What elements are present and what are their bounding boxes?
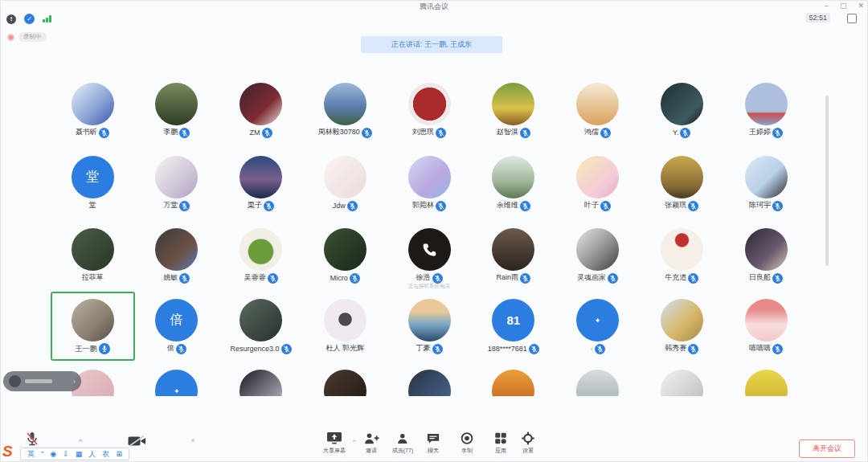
participant-tile[interactable]: 嘻嘻嘻	[724, 292, 809, 361]
participant-tile[interactable]: 刘思琪	[387, 76, 472, 145]
toolbar-members-button[interactable]: 成员(77)	[392, 431, 413, 455]
ime-mode-toggle[interactable]: 英	[27, 448, 35, 460]
participant-avatar	[324, 370, 366, 396]
mic-options-caret[interactable]: ^	[79, 438, 82, 446]
toolbar-invite-button[interactable]: 邀请	[363, 431, 379, 455]
chat-message-toast[interactable]: ›	[3, 371, 81, 391]
participant-name: 栗子	[248, 200, 262, 211]
mic-muted-icon	[432, 272, 443, 283]
mic-muted-icon	[688, 272, 698, 283]
participant-name: 牛充道	[665, 272, 686, 283]
participant-name: Y.	[673, 129, 678, 137]
participant-tile[interactable]: 杜人 郭光辉	[303, 292, 387, 361]
record-icon	[461, 431, 474, 445]
participant-name: ZM	[250, 129, 260, 137]
participant-tile[interactable]: 倍倍	[134, 292, 219, 361]
participant-tile[interactable]: 万堂	[134, 149, 219, 218]
participant-avatar	[155, 83, 198, 125]
participant-avatar	[155, 156, 198, 198]
participant-tile[interactable]: 郭菀林	[387, 149, 472, 218]
leave-meeting-button[interactable]: 离开会议	[799, 440, 855, 458]
participant-avatar	[324, 299, 366, 341]
participant-tile[interactable]: 徐浩 正在接听系统电话	[387, 221, 472, 290]
participant-tile[interactable]: 余维维	[471, 149, 555, 218]
participant-tile-partial[interactable]	[387, 362, 472, 396]
participant-tile[interactable]: 赵智淇	[471, 76, 555, 145]
participant-tile-partial[interactable]	[303, 362, 387, 396]
participant-tile[interactable]: 叶子	[555, 149, 640, 218]
participant-tile-partial[interactable]	[724, 362, 809, 396]
participant-tile[interactable]: 周林毅30780	[303, 76, 387, 145]
toolbar-share-screen-button[interactable]: 共享屏幕	[323, 431, 346, 455]
participant-tile[interactable]: 日良船	[724, 221, 809, 290]
participant-tile[interactable]: Micro	[303, 221, 387, 290]
mic-muted-icon	[436, 127, 446, 137]
meeting-window: 腾讯会议 – ▢ ✕ ! ✓ 录制中 52:51 正在讲话: 王一鹏, 王成东 …	[0, 0, 868, 462]
participant-tile[interactable]: Resurgence3.0	[219, 292, 303, 361]
mic-muted-icon	[281, 343, 292, 354]
participant-tile[interactable]: 栗子	[219, 149, 303, 218]
participant-tile[interactable]: Y.	[640, 76, 724, 145]
participant-tile[interactable]: ZM	[219, 76, 303, 145]
toolbar-label: 共享屏幕	[323, 447, 346, 455]
participant-tile[interactable]: 鸿儒	[555, 76, 640, 145]
participant-avatar	[324, 156, 366, 198]
participant-tile-partial[interactable]: ✦	[134, 362, 219, 396]
ime-toolbox-icon[interactable]: ⊞	[116, 448, 122, 460]
participant-avatar: 倍	[155, 299, 198, 341]
ime-keyboard-icon[interactable]: ▦	[76, 448, 83, 460]
participant-tile[interactable]: 王一鹏	[51, 292, 135, 361]
participant-tile[interactable]: ✦·	[555, 292, 640, 361]
participant-tile[interactable]: Rain雨	[471, 221, 555, 290]
participant-name: 倍	[167, 343, 174, 354]
mic-muted-icon	[350, 272, 360, 283]
participant-name: 吴蓉蓉	[244, 272, 266, 283]
participant-tile[interactable]: 韩秀赛	[640, 292, 724, 361]
toolbar-apps-button[interactable]: 应用	[494, 431, 508, 455]
participant-tile[interactable]: 李鹏	[134, 76, 219, 145]
participant-tile[interactable]: 聂书昕	[51, 76, 135, 145]
ime-voice-down-icon[interactable]: ⇩	[63, 448, 69, 460]
participant-tile[interactable]: 81188****7681	[471, 292, 555, 361]
scrollbar[interactable]	[825, 96, 829, 266]
participant-tile[interactable]: 陈珂宇	[724, 149, 809, 218]
toolbar-record-button[interactable]: 录制	[461, 431, 474, 455]
camera-options-caret[interactable]: ^	[191, 438, 194, 446]
participant-avatar	[745, 299, 788, 341]
mic-muted-icon	[772, 200, 783, 211]
ime-skin-icon[interactable]: 衣	[102, 448, 109, 460]
participant-avatar	[240, 228, 282, 271]
participant-tile[interactable]: 丁豪	[387, 292, 472, 361]
participant-tile-partial[interactable]	[219, 362, 303, 396]
ime-emoji-icon[interactable]: ◉	[50, 448, 56, 460]
participant-avatar	[576, 370, 619, 396]
participant-avatar	[408, 299, 451, 341]
participant-name: 丁豪	[416, 343, 431, 354]
camera-off-button[interactable]	[128, 435, 146, 450]
share-options-caret[interactable]: ^	[353, 438, 356, 445]
participant-tile-partial[interactable]	[471, 362, 555, 396]
ime-logo[interactable]: S	[2, 443, 13, 460]
mic-muted-icon	[772, 127, 783, 137]
participant-name: 陈珂宇	[749, 200, 771, 211]
settings-icon	[522, 431, 535, 445]
ime-quote-icon[interactable]: ”	[41, 448, 43, 460]
participant-tile[interactable]: 王婷婷	[724, 76, 809, 145]
participant-tile[interactable]: Jdw	[303, 149, 387, 218]
participant-tile[interactable]: 姚敏	[134, 221, 219, 290]
participant-avatar	[72, 299, 114, 341]
toolbar-chat-button[interactable]: 聊天	[426, 431, 440, 455]
participant-tile[interactable]: 张颖琪	[640, 149, 724, 218]
participant-tile[interactable]: 吴蓉蓉	[219, 221, 303, 290]
phone-call-avatar	[408, 228, 451, 271]
mic-muted-icon	[688, 343, 698, 354]
participant-tile[interactable]: 灵魂画家	[555, 221, 640, 290]
participant-tile-partial[interactable]	[640, 362, 724, 396]
ime-person-icon[interactable]: 人	[88, 448, 96, 460]
mic-muted-icon	[600, 127, 611, 137]
participant-tile-partial[interactable]	[555, 362, 640, 396]
participant-tile[interactable]: 拉菲草	[51, 221, 135, 290]
participant-tile[interactable]: 牛充道	[640, 221, 724, 290]
toolbar-settings-button[interactable]: 设置	[522, 431, 535, 455]
participant-tile[interactable]: 堂堂	[51, 149, 135, 218]
